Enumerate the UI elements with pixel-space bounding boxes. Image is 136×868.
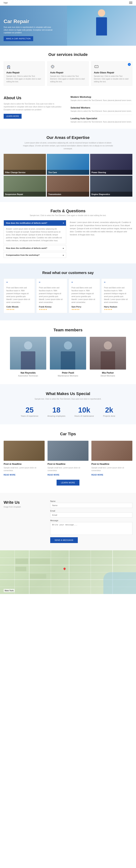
service-card-2: 2 Auto Glass Repair Sample text. Click t…	[91, 61, 132, 86]
faq-item-2: Compensation from the workshop? ▸	[4, 252, 66, 258]
tip-image-1	[47, 441, 89, 461]
expertise-card-0[interactable]: Filter Change Service	[4, 154, 46, 175]
faq-toggle-0[interactable]: How does the rectification of defects wo…	[4, 220, 66, 226]
team-photo-0	[10, 337, 46, 370]
service-title-1: Auto Repair	[50, 71, 86, 74]
about-title: About Us	[4, 96, 65, 100]
tips-section: Car Tips Post & Headline Sample small te…	[0, 424, 136, 493]
testimonial-text-3: Proin sed libero enim sed faucibus turpi…	[104, 286, 130, 304]
stat-label-0: Years of experience	[21, 415, 38, 417]
stat-number-3: 2k	[103, 406, 115, 414]
faq-chevron-2: ▸	[63, 254, 64, 256]
svg-point-1	[7, 67, 8, 69]
write-left: Write Us Image from Unsplash	[4, 500, 45, 543]
service-card-1: Auto Repair Sample text. Click to select…	[47, 61, 89, 86]
service-icon-2	[94, 64, 130, 70]
form-email-input[interactable]	[50, 513, 132, 518]
testimonial-stars-1: ★★★★★	[39, 308, 65, 310]
hero-section: Car Repair Duis aute irure dolor in repr…	[0, 6, 136, 46]
about-learn-more-button[interactable]: LEARN MORE	[4, 114, 21, 119]
testimonial-stars-0: ★★★★★	[6, 308, 32, 310]
tips-grid: Post & Headline Sample small text. Lorem…	[4, 441, 132, 476]
testimonial-card-3: " Proin sed libero enim sed faucibus tur…	[101, 279, 133, 313]
faq-item-1: How does the rectification of defects wo…	[4, 245, 66, 251]
form-message-textarea[interactable]	[50, 522, 132, 535]
tip-link-1[interactable]: READ MORE	[47, 474, 59, 476]
about-section: About Us Sample click to select the Text…	[0, 91, 136, 129]
team-role-1: Maintenance Mechanic	[50, 375, 86, 377]
hero-description: Duis aute irure dolor in reprehenderit i…	[4, 26, 54, 34]
expertise-card-4[interactable]: Transmission	[47, 176, 89, 196]
team-name-2: Mia Parker	[90, 371, 126, 374]
tip-title-2: Post & Headline	[91, 463, 132, 465]
about-description: Sample click to select the Text Element.…	[4, 102, 65, 111]
about-item-2: Leading Auto Specialist Sample click to …	[71, 117, 132, 123]
facts-title: Facts & Questions	[4, 209, 132, 213]
service-text-2: Sample text. Click to select the Text El…	[94, 75, 130, 83]
about-item-title-1: Selected Workers	[71, 106, 132, 109]
hero-title: Car Repair	[4, 19, 54, 24]
faq-toggle-1[interactable]: How does the rectification of defects wo…	[4, 245, 66, 251]
team-role-0: Automotive Technician	[10, 375, 46, 377]
form-email-field: Email	[50, 510, 132, 518]
faq-left: How does the rectification of defects wo…	[4, 220, 66, 258]
tips-title: Car Tips	[4, 432, 132, 436]
expertise-title: Our Areas of Expertise	[4, 135, 132, 140]
form-name-label: Name	[50, 500, 132, 502]
about-item-0: Modern Workshop Sample click to select t…	[71, 96, 132, 104]
team-title: Team members	[4, 328, 132, 333]
stat-item-0: 25 Years of experience	[21, 406, 38, 417]
tip-card-2: Post & Headline Sample small text. Lorem…	[91, 441, 132, 476]
faq-toggle-2[interactable]: Compensation from the workshop? ▸	[4, 252, 66, 258]
stat-label-3: Projects done	[103, 415, 115, 417]
form-name-input[interactable]	[50, 503, 132, 508]
testimonial-text-2: Proin sed libero enim sed faucibus turpi…	[72, 286, 97, 304]
stat-item-1: 18 Amazing employees	[47, 406, 65, 417]
map-section: New York	[0, 550, 136, 594]
service-card-0: Auto Repair Sample text. Click to select…	[4, 61, 45, 86]
faq-question-1: How does the rectification of defects wo…	[6, 247, 47, 249]
hero-cta-button[interactable]: MAKE A CAR INSPECTION	[4, 36, 33, 41]
special-intro: Sample text. Click to select the Text El…	[23, 398, 114, 401]
service-title-0: Auto Repair	[6, 71, 42, 74]
expertise-label-0: Filter Change Service	[5, 171, 26, 174]
form-submit-button[interactable]: SEND A MESSAGE	[50, 537, 78, 543]
team-name-1: Peter Paoli	[50, 371, 86, 374]
tip-image-0	[4, 441, 45, 461]
about-item-1: Selected Workers Sample click to select …	[71, 106, 132, 115]
testimonial-author-0: Colin Woods	[6, 306, 32, 308]
service-text-0: Sample text. Click to select the Text El…	[6, 75, 42, 83]
testimonial-card-1: " Proin sed libero enim sed faucibus tur…	[36, 279, 67, 313]
service-text-1: Sample text. Click to select the Text El…	[50, 75, 86, 83]
quote-icon-2: "	[72, 281, 97, 285]
testimonials-section: Read what our customers say " Proin sed …	[0, 264, 136, 320]
about-right: Modern Workshop Sample click to select t…	[71, 96, 132, 123]
testimonial-author-2: Sam Perry	[72, 306, 97, 308]
faq-question-2: Compensation from the workshop?	[6, 254, 40, 256]
testimonial-text-0: Proin sed libero enim sed faucibus turpi…	[6, 286, 32, 304]
quote-icon-1: "	[39, 281, 65, 285]
expertise-card-3[interactable]: Suspension Repair	[4, 176, 46, 196]
service-title-2: Auto Glass Repair	[94, 71, 130, 74]
write-us-section: Write Us Image from Unsplash Name Email …	[0, 493, 136, 550]
tip-title-1: Post & Headline	[47, 463, 89, 465]
tips-more-button[interactable]: LEARN MORE	[56, 480, 80, 486]
tip-text-0: Sample small text. Lorem ipsum dolor sit…	[4, 466, 45, 472]
faq-chevron-0: ▾	[63, 222, 64, 224]
tip-link-2[interactable]: READ MORE	[91, 474, 103, 476]
expertise-card-5[interactable]: Engine Diagnostics	[90, 176, 132, 196]
form-name-field: Name	[50, 500, 132, 508]
service-icon-1	[50, 64, 86, 70]
menu-button[interactable]	[129, 2, 132, 4]
about-item-text-0: Sample click to select the Text Element.…	[71, 99, 132, 102]
quote-icon-3: "	[104, 281, 130, 285]
expertise-card-1[interactable]: Tire Care	[47, 154, 89, 175]
facts-intro: Sample text. Click to select the Text El…	[4, 214, 132, 216]
stat-number-1: 18	[47, 406, 65, 414]
tip-title-0: Post & Headline	[4, 463, 45, 465]
expertise-card-2[interactable]: Power Steering	[90, 154, 132, 175]
testimonial-author-3: Harry Hudson	[104, 306, 130, 308]
tip-text-2: Sample small text. Lorem ipsum dolor sit…	[91, 466, 132, 472]
testimonial-stars-2: ★★★★★	[72, 308, 97, 310]
tip-link-0[interactable]: READ MORE	[4, 474, 15, 476]
